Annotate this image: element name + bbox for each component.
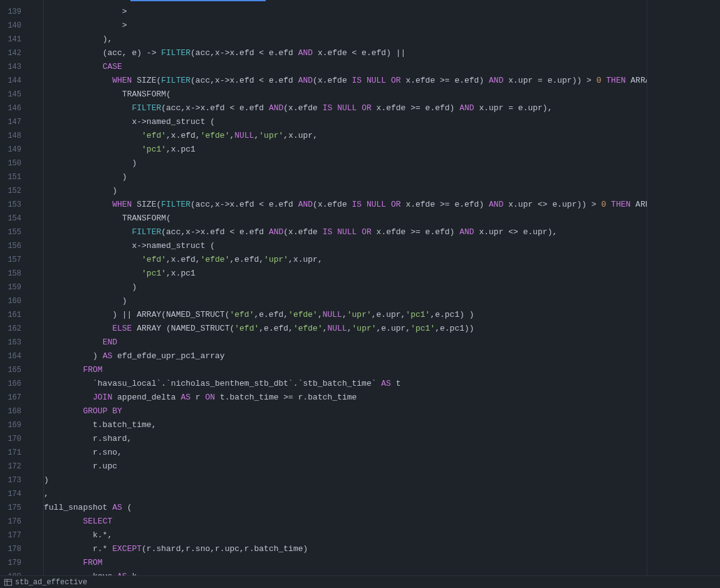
line-number: 148 xyxy=(0,129,21,143)
code-line[interactable]: r.* EXCEPT(r.shard,r.sno,r.upc,r.batch_t… xyxy=(44,542,647,556)
status-text: stb_ad_effective xyxy=(15,575,87,589)
code-line[interactable]: 'efd',x.efd,'efde',NULL,'upr',x.upr, xyxy=(44,129,647,143)
code-line[interactable]: `havasu_local`.`nicholas_benthem_stb_dbt… xyxy=(44,377,647,391)
code-line[interactable]: FILTER(acc,x->x.efd < e.efd AND(x.efde I… xyxy=(44,225,647,239)
status-bar: stb_ad_effective xyxy=(0,575,720,588)
line-number: 151 xyxy=(0,170,21,184)
code-line[interactable]: t.batch_time, xyxy=(44,418,647,432)
line-number: 161 xyxy=(0,308,21,322)
line-number: 153 xyxy=(0,198,21,212)
line-number: 143 xyxy=(0,60,21,74)
code-line[interactable]: ELSE ARRAY (NAMED_STRUCT('efd',e.efd,'ef… xyxy=(44,322,647,336)
line-number: 154 xyxy=(0,212,21,225)
line-number: 142 xyxy=(0,46,21,60)
code-line[interactable]: END xyxy=(44,336,647,349)
line-number: 173 xyxy=(0,473,21,487)
code-line[interactable]: ) AS efd_efde_upr_pc1_array xyxy=(44,349,647,363)
line-number: 170 xyxy=(0,432,21,446)
code-line[interactable]: ) xyxy=(44,170,647,184)
line-number: 163 xyxy=(0,336,21,349)
line-number: 145 xyxy=(0,88,21,101)
code-line[interactable]: ) xyxy=(44,294,647,308)
line-number: 172 xyxy=(0,460,21,473)
line-number: 171 xyxy=(0,446,21,460)
table-icon xyxy=(4,578,13,587)
code-line[interactable]: ) xyxy=(44,184,647,198)
code-line[interactable]: > xyxy=(44,5,647,19)
code-line[interactable]: x->named_struct ( xyxy=(44,239,647,253)
code-line[interactable]: full_snapshot AS ( xyxy=(44,501,647,515)
code-line[interactable]: (acc, e) -> FILTER(acc,x->x.efd < e.efd … xyxy=(44,46,647,60)
line-number: 152 xyxy=(0,184,21,198)
line-number: 169 xyxy=(0,418,21,432)
svg-rect-0 xyxy=(4,579,11,585)
code-line[interactable]: ) xyxy=(44,157,647,170)
line-number: 157 xyxy=(0,253,21,267)
code-line[interactable]: ), xyxy=(44,33,647,46)
line-number: 166 xyxy=(0,377,21,391)
code-line[interactable]: GROUP BY xyxy=(44,405,647,418)
code-line[interactable]: FROM xyxy=(44,556,647,570)
code-line[interactable]: CASE xyxy=(44,60,647,74)
line-number: 174 xyxy=(0,487,21,501)
code-line[interactable]: , xyxy=(44,487,647,501)
code-line[interactable]: TRANSFORM( xyxy=(44,88,647,101)
line-number: 147 xyxy=(0,115,21,129)
code-line[interactable]: r.shard, xyxy=(44,432,647,446)
line-number: 176 xyxy=(0,515,21,529)
line-number: 155 xyxy=(0,225,21,239)
line-number: 179 xyxy=(0,556,21,570)
code-line[interactable]: WHEN SIZE(FILTER(acc,x->x.efd < e.efd AN… xyxy=(44,198,647,212)
line-number: 141 xyxy=(0,33,21,46)
code-content[interactable]: > > ), (acc, e) -> FILTER(acc,x->x.efd <… xyxy=(44,0,647,588)
fold-gutter xyxy=(26,0,44,588)
line-number: 167 xyxy=(0,391,21,405)
line-number: 158 xyxy=(0,267,21,281)
line-number: 165 xyxy=(0,363,21,377)
code-line[interactable]: FROM xyxy=(44,363,647,377)
code-line[interactable]: SELECT xyxy=(44,515,647,529)
line-number: 175 xyxy=(0,501,21,515)
code-line[interactable]: k.*, xyxy=(44,529,647,542)
code-line[interactable]: 'pc1',x.pc1 xyxy=(44,143,647,157)
code-editor[interactable]: 1391401411421431441451461471481491501511… xyxy=(0,0,720,588)
line-number: 144 xyxy=(0,74,21,88)
line-number: 178 xyxy=(0,542,21,556)
line-number: 160 xyxy=(0,294,21,308)
code-line[interactable]: 'pc1',x.pc1 xyxy=(44,267,647,281)
line-number: 139 xyxy=(0,5,21,19)
code-line[interactable]: r.sno, xyxy=(44,446,647,460)
line-number: 150 xyxy=(0,157,21,170)
code-line[interactable]: FILTER(acc,x->x.efd < e.efd AND(x.efde I… xyxy=(44,101,647,115)
line-number: 146 xyxy=(0,101,21,115)
line-number-gutter: 1391401411421431441451461471481491501511… xyxy=(0,0,26,588)
line-number: 164 xyxy=(0,349,21,363)
code-line[interactable]: > xyxy=(44,19,647,33)
line-number: 162 xyxy=(0,322,21,336)
code-line[interactable]: ) xyxy=(44,281,647,294)
line-number: 177 xyxy=(0,529,21,542)
code-line[interactable]: ) || ARRAY(NAMED_STRUCT('efd',e.efd,'efd… xyxy=(44,308,647,322)
code-line[interactable]: r.upc xyxy=(44,460,647,473)
code-line[interactable]: 'efd',x.efd,'efde',e.efd,'upr',x.upr, xyxy=(44,253,647,267)
line-number: 149 xyxy=(0,143,21,157)
line-number: 159 xyxy=(0,281,21,294)
active-tab-indicator xyxy=(130,0,266,1)
line-number: 140 xyxy=(0,19,21,33)
code-line[interactable]: WHEN SIZE(FILTER(acc,x->x.efd < e.efd AN… xyxy=(44,74,647,88)
line-number: 156 xyxy=(0,239,21,253)
code-line[interactable]: x->named_struct ( xyxy=(44,115,647,129)
code-line[interactable]: JOIN append_delta AS r ON t.batch_time >… xyxy=(44,391,647,405)
code-line[interactable]: ) xyxy=(44,473,647,487)
line-number: 168 xyxy=(0,405,21,418)
code-line[interactable]: TRANSFORM( xyxy=(44,212,647,225)
